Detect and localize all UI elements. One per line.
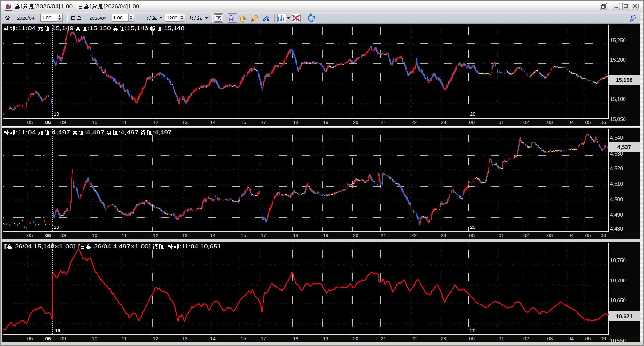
svg-text::11:04: :11:04 bbox=[16, 130, 38, 135]
svg-text::11:04 10,651: :11:04 10,651 bbox=[180, 244, 221, 249]
svg-text:20: 20 bbox=[470, 328, 475, 333]
svg-text:04: 04 bbox=[568, 119, 574, 125]
svg-text:11: 11 bbox=[122, 119, 127, 125]
svg-text:22: 22 bbox=[411, 119, 417, 125]
svg-text:1.00: 1.00 bbox=[42, 15, 51, 20]
svg-text::4,497: :4,497 bbox=[84, 130, 106, 135]
svg-text:15,158: 15,158 bbox=[616, 77, 632, 83]
svg-text:15,200: 15,200 bbox=[610, 57, 626, 63]
svg-text:00: 00 bbox=[469, 336, 475, 341]
svg-text:12: 12 bbox=[153, 336, 158, 341]
svg-text:23: 23 bbox=[441, 233, 446, 238]
svg-text::15,150: :15,150 bbox=[87, 26, 113, 31]
svg-text:26/04 4,497: 26/04 4,497 bbox=[92, 244, 130, 249]
svg-text:15,100: 15,100 bbox=[610, 96, 626, 102]
svg-text:06: 06 bbox=[601, 336, 606, 341]
svg-text:02: 02 bbox=[523, 336, 529, 341]
svg-text:×1.00]-[: ×1.00]-[ bbox=[55, 244, 81, 249]
svg-text:05: 05 bbox=[585, 336, 591, 341]
svg-text:02: 02 bbox=[523, 119, 529, 125]
svg-text:05: 05 bbox=[585, 119, 591, 125]
svg-text:4,500: 4,500 bbox=[610, 197, 623, 202]
svg-text:20: 20 bbox=[353, 119, 358, 125]
svg-text:R: R bbox=[312, 15, 316, 20]
svg-text:19: 19 bbox=[323, 336, 328, 341]
svg-text::15,149: :15,149 bbox=[50, 26, 75, 31]
svg-text::4,497: :4,497 bbox=[118, 130, 141, 135]
svg-text:02: 02 bbox=[523, 233, 529, 238]
svg-text:4,520: 4,520 bbox=[610, 166, 623, 171]
svg-text:1: 1 bbox=[90, 4, 92, 9]
svg-text:20: 20 bbox=[353, 336, 358, 341]
svg-text:18: 18 bbox=[293, 119, 298, 125]
svg-text:11: 11 bbox=[122, 233, 127, 238]
svg-text:10,650: 10,650 bbox=[610, 298, 626, 303]
svg-text:19: 19 bbox=[55, 328, 60, 333]
svg-text:19: 19 bbox=[323, 119, 328, 125]
svg-text::15,148: :15,148 bbox=[162, 26, 185, 31]
svg-text:06: 06 bbox=[601, 233, 606, 238]
svg-text:15: 15 bbox=[241, 119, 246, 125]
svg-text:04: 04 bbox=[568, 233, 574, 238]
svg-text:17: 17 bbox=[261, 119, 266, 125]
svg-text:1: 1 bbox=[20, 4, 23, 9]
svg-text:20: 20 bbox=[470, 224, 475, 230]
svg-text:×1.00]: ×1.00] bbox=[130, 244, 153, 249]
svg-text:20: 20 bbox=[470, 111, 475, 117]
svg-text:4,537: 4,537 bbox=[617, 144, 631, 150]
svg-text:20: 20 bbox=[353, 233, 358, 238]
svg-text:1: 1 bbox=[189, 15, 192, 20]
svg-text:04: 04 bbox=[568, 336, 574, 341]
svg-text:10: 10 bbox=[92, 233, 97, 238]
svg-text:10,700: 10,700 bbox=[610, 278, 626, 283]
svg-text:15,050: 15,050 bbox=[610, 117, 626, 122]
svg-text:06: 06 bbox=[45, 119, 51, 125]
svg-text:18: 18 bbox=[293, 336, 298, 341]
svg-text:05: 05 bbox=[585, 233, 591, 238]
svg-text:15,250: 15,250 bbox=[610, 38, 626, 43]
svg-text:1200: 1200 bbox=[167, 15, 177, 20]
svg-text:05: 05 bbox=[27, 119, 33, 125]
svg-text:4,540: 4,540 bbox=[610, 135, 623, 141]
svg-text::4,497: :4,497 bbox=[153, 130, 172, 135]
svg-text:09: 09 bbox=[60, 233, 66, 238]
svg-text:01: 01 bbox=[499, 336, 504, 341]
svg-text:21: 21 bbox=[381, 336, 386, 341]
svg-text:19: 19 bbox=[54, 111, 59, 117]
svg-text:22: 22 bbox=[411, 336, 417, 341]
svg-text::4,497: :4,497 bbox=[50, 130, 72, 135]
svg-text:14: 14 bbox=[210, 233, 216, 238]
svg-text:12: 12 bbox=[153, 119, 158, 125]
svg-text:[2026/04]1.00 -: [2026/04]1.00 - bbox=[34, 4, 78, 9]
svg-text:06: 06 bbox=[601, 119, 606, 125]
svg-text:03: 03 bbox=[547, 119, 553, 125]
svg-text:05: 05 bbox=[27, 233, 33, 238]
svg-text::11:04: :11:04 bbox=[16, 26, 38, 31]
svg-text:14: 14 bbox=[210, 119, 216, 125]
svg-text:01: 01 bbox=[499, 119, 504, 125]
svg-text:18: 18 bbox=[293, 233, 298, 238]
svg-text:19: 19 bbox=[323, 233, 328, 238]
svg-text:19: 19 bbox=[54, 224, 59, 230]
svg-text:21: 21 bbox=[381, 233, 386, 238]
svg-text:17: 17 bbox=[261, 233, 266, 238]
svg-text:00: 00 bbox=[469, 119, 475, 125]
svg-text:13: 13 bbox=[182, 119, 188, 125]
svg-text:06: 06 bbox=[45, 233, 51, 238]
svg-text:09: 09 bbox=[60, 336, 66, 341]
svg-text:15: 15 bbox=[241, 233, 246, 238]
svg-text:4,510: 4,510 bbox=[610, 181, 623, 187]
svg-text:13: 13 bbox=[182, 336, 188, 341]
svg-text:22: 22 bbox=[411, 233, 417, 238]
svg-text:15: 15 bbox=[241, 336, 246, 341]
svg-text:[2026/04]1.00: [2026/04]1.00 bbox=[103, 4, 139, 9]
svg-text:1.00: 1.00 bbox=[113, 15, 122, 20]
svg-text:01: 01 bbox=[499, 233, 504, 238]
svg-text:14: 14 bbox=[210, 336, 216, 341]
svg-text:13: 13 bbox=[182, 233, 188, 238]
svg-text:03: 03 bbox=[547, 336, 553, 341]
svg-text:05: 05 bbox=[27, 336, 33, 341]
svg-text:10,750: 10,750 bbox=[610, 258, 626, 263]
svg-text:21: 21 bbox=[381, 119, 386, 125]
svg-text:11: 11 bbox=[122, 336, 127, 341]
